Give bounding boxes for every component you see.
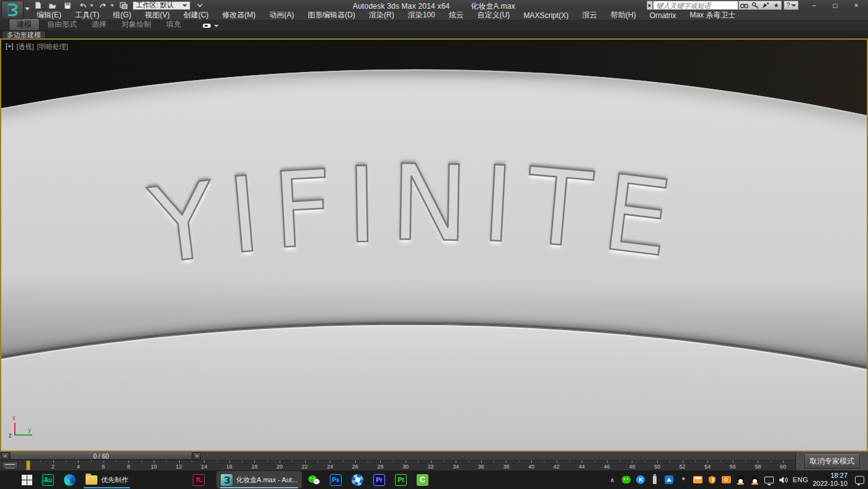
taskbar-item-folder-window[interactable]: 优先制作 — [81, 471, 133, 488]
ribbon-tab[interactable]: 自由形式 — [40, 19, 84, 30]
project-folder-button[interactable] — [118, 1, 129, 10]
taskbar-item-edge[interactable] — [60, 471, 80, 488]
ruler-frame-number: 18 — [247, 464, 261, 470]
cancel-expert-mode-button[interactable]: 取消专家模式 — [804, 454, 860, 469]
tray-asterisk-icon[interactable]: * — [678, 475, 688, 485]
current-frame-marker[interactable] — [26, 460, 30, 470]
time-slider-thumb[interactable]: 0 / 60 — [10, 452, 192, 460]
time-slider-track[interactable]: < 0 / 60 > — [0, 452, 795, 460]
taskbar-item-audition[interactable]: Au — [38, 471, 58, 488]
redo-button[interactable] — [97, 1, 108, 10]
ribbon-tab[interactable]: 填充 — [159, 19, 188, 30]
menu-item[interactable]: 渲染100 — [401, 10, 442, 20]
redo-dropdown-caret-icon[interactable] — [110, 4, 114, 7]
taskbar-item-camtasia[interactable]: C — [412, 471, 433, 488]
ribbon-tab-bar: 建模自由形式选择对象绘制填充 — [0, 20, 868, 30]
tray-camera-icon[interactable] — [721, 475, 731, 485]
start-button[interactable] — [17, 471, 37, 488]
infocenter-collapse-button[interactable] — [647, 1, 653, 10]
tray-expand-chevron-icon[interactable]: ∧ — [607, 475, 617, 485]
notification-center-icon[interactable] — [854, 475, 864, 485]
tray-triangle-app-icon[interactable] — [664, 475, 674, 485]
search-input[interactable] — [653, 1, 738, 10]
ruler-tick — [179, 460, 180, 463]
menu-item[interactable]: 修改器(M) — [215, 10, 262, 20]
menu-item[interactable]: 帮助(H) — [604, 10, 643, 20]
tray-shield-icon[interactable] — [707, 475, 717, 485]
menu-item[interactable]: 自定义(U) — [471, 10, 517, 20]
menu-item[interactable]: 图形编辑器(D) — [301, 10, 362, 20]
volume-icon[interactable] — [778, 475, 788, 485]
taskbar-item-painter[interactable]: Pt — [391, 471, 411, 488]
ribbon-tab[interactable]: 对象绘制 — [114, 19, 159, 30]
taskbar-item-wechat[interactable] — [303, 471, 324, 488]
viewport-menu-plus[interactable]: [+] — [6, 42, 14, 52]
menu-item[interactable]: Ornatrix — [643, 11, 683, 20]
polygon-modeling-panel-tab[interactable]: 多边形建模 — [2, 30, 46, 38]
undo-button[interactable] — [77, 1, 88, 10]
quick-access-toolbar: 工作区: 默认 — [32, 1, 205, 10]
save-file-button[interactable] — [62, 1, 73, 10]
help-button[interactable]: ? — [784, 1, 799, 10]
app-menu-button[interactable] — [1, 1, 24, 19]
menu-item[interactable]: MAXScript(X) — [516, 11, 575, 20]
ribbon-tab[interactable]: 选择 — [84, 19, 114, 30]
next-frame-button[interactable]: > — [193, 452, 201, 460]
ribbon-display-toggle[interactable] — [202, 23, 219, 29]
tray-usb-icon[interactable] — [650, 475, 660, 485]
taskbar-item-wan[interactable]: 丸 — [188, 471, 209, 488]
favorites-star-icon[interactable]: ★ — [771, 1, 781, 9]
menu-item[interactable]: 渲染(R) — [362, 10, 401, 20]
menu-item[interactable]: 炫云 — [442, 10, 471, 20]
ruler-frame-number: 20 — [273, 464, 286, 470]
open-file-button[interactable] — [47, 1, 58, 10]
minimize-button[interactable]: − — [804, 0, 825, 11]
close-button[interactable]: × — [846, 0, 867, 11]
language-indicator[interactable]: ENG — [792, 475, 808, 485]
workspace-selector[interactable]: 工作区: 默认 — [133, 1, 190, 10]
tray-k-app-icon[interactable]: K — [636, 475, 645, 485]
undo-dropdown-caret-icon[interactable] — [90, 4, 94, 7]
menu-item[interactable]: 动画(A) — [262, 10, 301, 20]
axis-y-line — [14, 434, 32, 436]
desktop: Autodesk 3ds Max 2014 x64化妆盒A.max ★ ? — [0, 0, 868, 489]
axis-x-line — [14, 423, 16, 435]
menu-item[interactable]: Max 杀毒卫士 — [683, 10, 742, 20]
subscription-key-icon[interactable] — [750, 1, 760, 9]
taskbar-item-3dsmax[interactable]: 化妆盒A.max - Aut... — [216, 471, 302, 488]
toolbar-overflow-button[interactable] — [194, 1, 205, 10]
ruler-tick — [758, 460, 758, 463]
tray-wechat-icon[interactable] — [621, 475, 631, 485]
ribbon-tab[interactable]: 建模 — [9, 18, 40, 30]
taskbar-item-aperture-app[interactable] — [347, 471, 368, 488]
menu-item[interactable]: 渲云 — [575, 10, 604, 20]
ruler-tick — [141, 460, 142, 462]
embossed-model-text[interactable]: YIFINITE — [151, 155, 709, 259]
taskbar-item-photoshop[interactable]: Ps — [326, 471, 346, 488]
tray-orange-panel-icon[interactable] — [693, 475, 702, 485]
window-controls: − □ × — [804, 0, 867, 11]
new-scene-button[interactable] — [32, 1, 43, 10]
track-bar-ruler[interactable]: 0246810121416182022242628303234363840424… — [0, 460, 795, 470]
communication-center-icon[interactable] — [760, 1, 771, 9]
tray-qq-icon-2[interactable] — [750, 475, 760, 485]
taskbar-item-premiere[interactable]: Pr — [369, 471, 389, 488]
ruler-tick — [116, 460, 117, 462]
restore-button[interactable]: □ — [825, 0, 846, 11]
mini-curve-editor-button[interactable] — [2, 462, 18, 469]
previous-frame-button[interactable]: < — [1, 452, 9, 460]
windows-logo-icon — [22, 475, 32, 485]
ruler-frame-number: 46 — [600, 464, 614, 470]
taskbar-clock[interactable]: 18:27 2022-10-10 — [813, 472, 848, 488]
tray-qq-icon-1[interactable] — [735, 475, 745, 485]
perspective-viewport[interactable]: YIFINITE [+] [透视] [明暗处理] x y z — [0, 38, 868, 452]
chevron-down-icon — [791, 4, 796, 7]
app-menu-caret-icon[interactable] — [25, 7, 30, 11]
viewport-shading-label[interactable]: [明暗处理] — [37, 42, 68, 52]
timeline: < 0 / 60 > 02468101214161820222426283032… — [0, 452, 868, 470]
ruler-frame-number: 52 — [676, 464, 689, 470]
ruler-tick — [393, 460, 394, 462]
network-icon[interactable] — [764, 475, 774, 485]
viewport-pov-label[interactable]: [透视] — [17, 42, 34, 52]
search-binoculars-icon[interactable] — [739, 1, 750, 9]
